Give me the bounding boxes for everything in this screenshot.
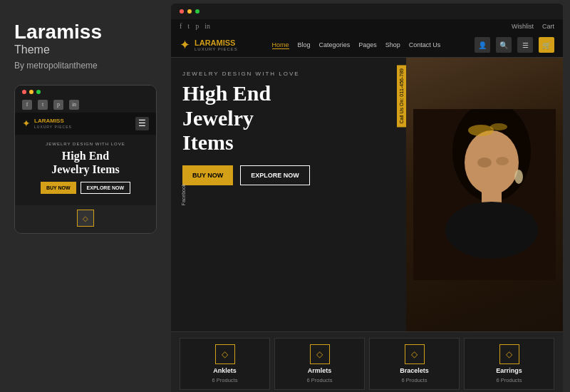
nav-link-contact[interactable]: Contact Us bbox=[409, 41, 441, 48]
category-armlets[interactable]: ◇ Armlets 6 Products bbox=[274, 338, 365, 390]
desktop-social-linkedin-icon: in bbox=[204, 22, 210, 30]
mobile-logo-area: ✦ LARAMISS LUXURY PIECES bbox=[22, 118, 72, 130]
buy-now-button[interactable]: BUY NOW bbox=[182, 165, 233, 185]
armlets-label: Armlets bbox=[308, 367, 332, 374]
desktop-social-pinterest-icon: p bbox=[195, 22, 199, 30]
bracelets-icon: ◇ bbox=[405, 344, 425, 364]
mobile-logo-icon: ✦ bbox=[22, 118, 31, 130]
desktop-logo-icon: ✦ bbox=[180, 37, 190, 53]
social-linkedin-icon: in bbox=[69, 100, 79, 110]
mobile-explore-now-button[interactable]: EXPLORE NOW bbox=[81, 182, 131, 194]
desktop-social-bar: f t p in Wishlist Cart bbox=[171, 19, 563, 33]
svg-point-4 bbox=[445, 202, 538, 259]
hero-image bbox=[406, 58, 563, 331]
brand-subtitle: Theme bbox=[14, 43, 157, 56]
desktop-mockup: f t p in Wishlist Cart ✦ LARAMISS LUXURY… bbox=[171, 4, 563, 392]
svg-point-5 bbox=[468, 125, 494, 136]
search-button[interactable]: 🔍 bbox=[496, 37, 512, 53]
facebook-sidebar-label: Facebook bbox=[181, 184, 186, 206]
cart-button[interactable]: 🛒 bbox=[539, 37, 554, 53]
user-icon-button[interactable]: 👤 bbox=[475, 37, 490, 53]
desktop-dot-red bbox=[180, 9, 184, 14]
nav-link-categories[interactable]: Categories bbox=[319, 41, 351, 48]
mobile-category-item: ◇ bbox=[77, 210, 94, 229]
nav-link-home[interactable]: Home bbox=[272, 41, 289, 49]
mobile-hero-title: High EndJewelry Items bbox=[22, 149, 149, 176]
earrings-label: Earrings bbox=[496, 367, 522, 374]
nav-link-pages[interactable]: Pages bbox=[358, 41, 377, 48]
desktop-logo-sub: LUXURY PIECES bbox=[195, 47, 238, 51]
desktop-social-facebook-icon: f bbox=[180, 22, 182, 30]
desktop-nav: ✦ LARAMISS LUXURY PIECES Home Blog Categ… bbox=[171, 33, 563, 58]
mobile-social-bar: f t p in bbox=[15, 97, 156, 113]
bracelets-count: 6 Products bbox=[402, 377, 428, 383]
mobile-top-bar bbox=[15, 86, 156, 97]
desktop-hero: Facebook JEWELRY DESIGN WITH LOVE High E… bbox=[171, 58, 563, 331]
wishlist-link[interactable]: Wishlist bbox=[512, 23, 534, 30]
mobile-hamburger-icon[interactable]: ☰ bbox=[135, 117, 149, 130]
svg-point-8 bbox=[477, 158, 492, 167]
menu-button[interactable]: ☰ bbox=[517, 37, 533, 53]
anklets-count: 6 Products bbox=[212, 377, 238, 383]
desktop-top-bar bbox=[171, 4, 563, 19]
category-earrings[interactable]: ◇ Earrings 6 Products bbox=[464, 338, 554, 390]
dot-green bbox=[36, 90, 41, 94]
svg-point-7 bbox=[514, 170, 523, 184]
social-pinterest-icon: p bbox=[53, 100, 63, 110]
nav-link-blog[interactable]: Blog bbox=[298, 41, 311, 48]
desktop-dot-yellow bbox=[187, 9, 192, 14]
cart-link[interactable]: Cart bbox=[542, 23, 554, 30]
desktop-social-right: Wishlist Cart bbox=[512, 23, 554, 30]
armlets-count: 6 Products bbox=[307, 377, 333, 383]
left-panel: Laramiss Theme By metropolitantheme f t … bbox=[0, 0, 171, 392]
categories-row: ◇ Anklets 6 Products ◇ Armlets 6 Product… bbox=[171, 331, 563, 392]
call-us-bar: Call Us On: 011-456-789 bbox=[397, 65, 406, 127]
desktop-social-twitter-icon: t bbox=[187, 22, 190, 30]
desktop-logo-text: LARAMISS bbox=[195, 38, 238, 47]
mobile-logo-sub: LUXURY PIECES bbox=[34, 125, 72, 129]
mobile-hero-buttons: BUY NOW EXPLORE NOW bbox=[22, 182, 149, 194]
woman-illustration bbox=[413, 109, 556, 280]
mobile-hero-tag: JEWELRY DESIGN WITH LOVE bbox=[22, 142, 149, 146]
brand-author: By metropolitantheme bbox=[14, 61, 157, 71]
mobile-category-icon: ◇ bbox=[77, 210, 94, 227]
bracelets-label: Bracelets bbox=[400, 367, 429, 374]
mobile-hero: JEWELRY DESIGN WITH LOVE High EndJewelry… bbox=[15, 135, 156, 205]
hero-image-area bbox=[406, 58, 563, 331]
dot-red bbox=[22, 90, 26, 94]
armlets-icon: ◇ bbox=[310, 344, 330, 364]
desktop-logo-area: ✦ LARAMISS LUXURY PIECES bbox=[180, 37, 238, 53]
anklets-label: Anklets bbox=[213, 367, 237, 374]
mobile-logo-text: LARAMISS bbox=[34, 118, 72, 125]
category-bracelets[interactable]: ◇ Bracelets 6 Products bbox=[369, 338, 460, 390]
brand-name: Laramiss bbox=[14, 21, 157, 43]
hero-content: JEWELRY DESIGN WITH LOVE High EndJewelry… bbox=[171, 58, 406, 331]
desktop-social-icons: f t p in bbox=[180, 22, 210, 30]
hero-buttons: BUY NOW EXPLORE NOW bbox=[182, 165, 395, 185]
nav-link-shop[interactable]: Shop bbox=[385, 41, 400, 48]
desktop-dot-green bbox=[195, 9, 200, 14]
explore-now-button[interactable]: EXPLORE NOW bbox=[240, 165, 310, 185]
mobile-mockup: f t p in ✦ LARAMISS LUXURY PIECES ☰ JEWE… bbox=[14, 85, 157, 234]
hero-title: High EndJewelryItems bbox=[182, 81, 339, 155]
mobile-category-row: ◇ bbox=[15, 205, 156, 233]
anklets-icon: ◇ bbox=[215, 344, 235, 364]
category-anklets[interactable]: ◇ Anklets 6 Products bbox=[180, 338, 270, 390]
hero-tag: JEWELRY DESIGN WITH LOVE bbox=[182, 71, 395, 77]
desktop-nav-actions: 👤 🔍 ☰ 🛒 bbox=[475, 37, 554, 53]
svg-point-9 bbox=[496, 157, 509, 165]
social-twitter-icon: t bbox=[38, 100, 48, 110]
earrings-count: 6 Products bbox=[497, 377, 522, 383]
mobile-buy-now-button[interactable]: BUY NOW bbox=[41, 182, 76, 194]
svg-point-6 bbox=[490, 123, 507, 130]
dot-yellow bbox=[29, 90, 33, 94]
desktop-nav-links: Home Blog Categories Pages Shop Contact … bbox=[272, 41, 441, 49]
social-facebook-icon: f bbox=[22, 100, 32, 110]
mobile-nav: ✦ LARAMISS LUXURY PIECES ☰ bbox=[15, 113, 156, 135]
earrings-icon: ◇ bbox=[499, 344, 519, 364]
